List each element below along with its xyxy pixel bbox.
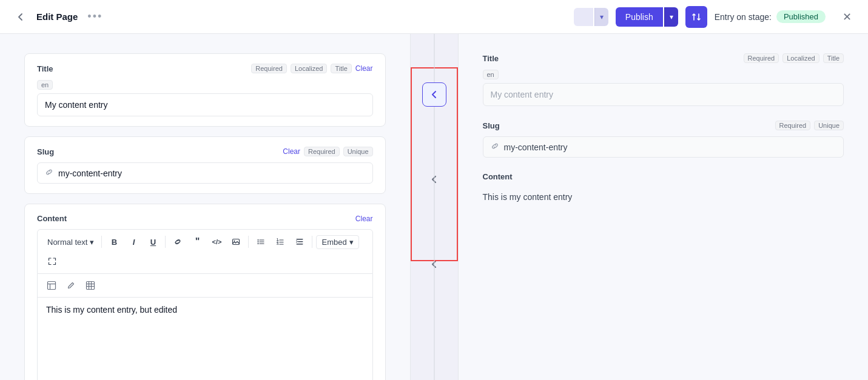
preview-title-badge: Title — [823, 53, 844, 63]
slug-badges: Clear Required Unique — [283, 147, 372, 156]
title-clear-link[interactable]: Clear — [355, 64, 373, 73]
preview-slug-badges: Required Unique — [775, 121, 844, 130]
rte-embed-button[interactable]: Embed ▾ — [316, 235, 358, 249]
rte-separator-4 — [312, 236, 312, 248]
content-header-right: Clear — [355, 215, 373, 223]
preview-slug-wrapper: my-content-entry — [483, 136, 844, 158]
slug-field-block: Slug Clear Required Unique — [24, 136, 386, 194]
rte-indent-button[interactable] — [291, 233, 308, 250]
rte-fullscreen-button[interactable] — [44, 253, 61, 270]
rte-quote-button[interactable]: " — [189, 233, 206, 250]
rte-toolbar: Normal text ▾ B I U " </> — [37, 229, 373, 274]
publish-button[interactable]: Publish — [616, 7, 663, 27]
rte-pen-button[interactable] — [63, 278, 79, 293]
title-input[interactable] — [37, 93, 373, 116]
more-options-button[interactable]: ••• — [87, 10, 103, 23]
content-clear-link[interactable]: Clear — [355, 215, 373, 223]
preview-slug-header: Slug Required Unique — [483, 121, 844, 130]
back-button[interactable] — [12, 8, 29, 25]
editor-panel: Title Required Localized Title Clear en … — [0, 34, 410, 380]
save-button[interactable] — [574, 8, 593, 26]
close-button[interactable]: ✕ — [838, 8, 856, 26]
svg-text:3.: 3. — [277, 242, 280, 245]
title-lang-tag: en — [37, 79, 373, 93]
title-badge: Title — [331, 64, 351, 73]
publish-dropdown-button[interactable]: ▾ — [664, 7, 678, 27]
slug-field-header: Slug Clear Required Unique — [37, 147, 373, 156]
link-icon — [45, 168, 53, 178]
preview-title-label: Title — [483, 54, 499, 63]
rte-text-caret-icon: ▾ — [90, 238, 94, 247]
slug-input[interactable] — [58, 168, 365, 178]
page-title: Edit Page — [36, 12, 78, 22]
save-button-group: ▾ — [574, 8, 608, 26]
preview-localized-badge: Localized — [782, 53, 819, 63]
rte-italic-button[interactable]: I — [125, 233, 142, 250]
title-field-header: Title Required Localized Title Clear — [37, 64, 373, 73]
entry-status: Entry on stage: Published — [715, 10, 826, 23]
topbar: Edit Page ••• ▾ Publish ▾ Entry on stage… — [0, 0, 868, 34]
rte-second-toolbar — [37, 274, 373, 298]
rte-ol-button[interactable]: 1. 2. 3. — [272, 233, 289, 250]
preview-content-header: Content — [483, 172, 844, 181]
published-badge: Published — [776, 10, 826, 23]
slug-input-wrapper — [37, 162, 373, 184]
slug-clear-link[interactable]: Clear — [283, 147, 300, 156]
preview-required-badge: Required — [744, 53, 779, 63]
svg-rect-14 — [297, 239, 303, 240]
rte-normal-text-label: Normal text — [47, 238, 87, 247]
preview-title-header: Title Required Localized Title — [483, 53, 844, 63]
rte-code-button[interactable]: </> — [208, 233, 225, 250]
rte-separator-2 — [165, 236, 166, 248]
rte-image-button[interactable] — [227, 233, 244, 250]
copy-to-published-title-button[interactable] — [422, 82, 446, 107]
content-field-block: Content Clear Normal text ▾ B I U — [24, 204, 386, 380]
preview-slug-unique-badge: Unique — [814, 121, 844, 130]
rte-link-button[interactable] — [169, 233, 186, 250]
svg-point-2 — [258, 239, 259, 241]
rte-separator-1 — [101, 236, 102, 248]
content-field-label: Content — [37, 214, 67, 223]
preview-slug-block: Slug Required Unique my-content-entry — [483, 121, 844, 158]
svg-rect-17 — [48, 282, 56, 290]
preview-slug-required-badge: Required — [775, 121, 811, 130]
embed-label: Embed — [321, 238, 346, 247]
rte-table2-button[interactable] — [82, 278, 98, 293]
svg-rect-0 — [233, 239, 240, 245]
copy-to-published-content-button[interactable] — [422, 252, 446, 276]
rte-underline-button[interactable]: U — [144, 233, 161, 250]
svg-point-4 — [258, 241, 259, 242]
rte-content-area[interactable]: This is my content entry, but edited — [37, 298, 373, 380]
svg-rect-20 — [87, 282, 95, 290]
slug-required-badge: Required — [304, 147, 340, 156]
copy-to-published-slug-button[interactable] — [422, 167, 446, 192]
preview-panel: Title Required Localized Title en My con… — [459, 34, 869, 380]
rte-ul-button[interactable] — [252, 233, 269, 250]
rte-table-view-button[interactable] — [44, 278, 59, 293]
preview-title-input: My content entry — [483, 83, 844, 106]
entry-status-label: Entry on stage: — [715, 12, 772, 22]
preview-title-lang: en — [483, 69, 844, 83]
localized-badge: Localized — [291, 64, 327, 73]
compare-panel — [410, 34, 459, 380]
title-field-block: Title Required Localized Title Clear en — [24, 53, 386, 127]
transfer-icon-button[interactable] — [685, 6, 707, 28]
rte-bold-button[interactable]: B — [106, 233, 123, 250]
rte-separator-3 — [248, 236, 249, 248]
preview-title-badges: Required Localized Title — [744, 53, 844, 63]
slug-unique-badge: Unique — [343, 147, 373, 156]
rte-text-style-select[interactable]: Normal text ▾ — [44, 236, 98, 248]
save-dropdown-button[interactable]: ▾ — [594, 8, 608, 26]
svg-point-6 — [258, 243, 259, 244]
svg-rect-15 — [298, 241, 303, 242]
svg-rect-16 — [297, 244, 303, 245]
publish-button-group: Publish ▾ — [616, 7, 678, 27]
preview-content-label: Content — [483, 172, 513, 181]
required-badge: Required — [251, 64, 287, 73]
title-badges: Required Localized Title Clear — [251, 64, 372, 73]
svg-point-1 — [234, 241, 235, 242]
embed-caret-icon: ▾ — [349, 238, 354, 247]
preview-link-icon — [491, 142, 499, 152]
preview-title-block: Title Required Localized Title en My con… — [483, 53, 844, 106]
preview-content-block: Content This is my content entry — [483, 172, 844, 207]
